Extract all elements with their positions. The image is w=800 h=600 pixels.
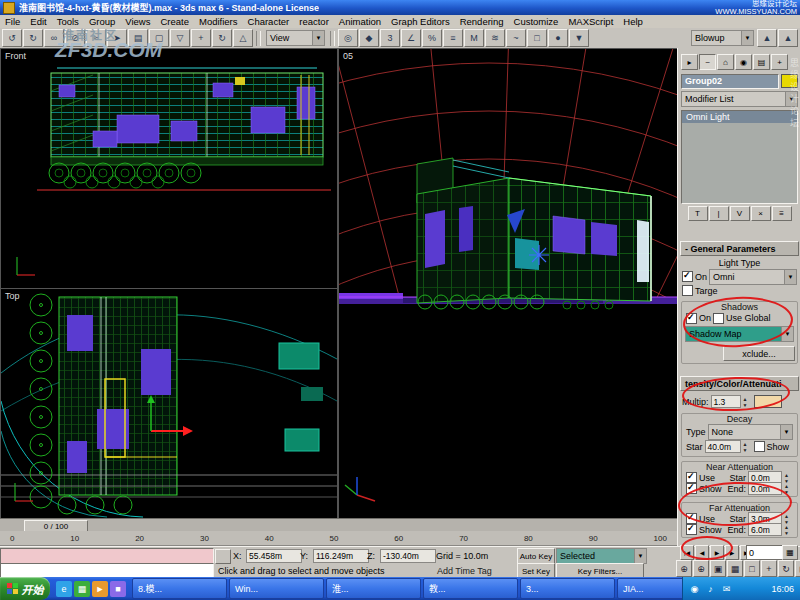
front-viewport[interactable]: Front <box>0 48 338 289</box>
menu-item-rendering[interactable]: Rendering <box>455 15 509 28</box>
menu-item-modifiers[interactable]: Modifiers <box>194 15 243 28</box>
front-viewport-label[interactable]: Front <box>5 51 26 61</box>
selected-filter-dropdown[interactable]: Selected ▼ <box>556 548 647 564</box>
task-button-1[interactable]: 8.模... <box>132 578 227 599</box>
tab-utilities[interactable]: + <box>771 54 788 70</box>
task-button-2[interactable]: Win... <box>229 578 324 599</box>
previous-frame-button[interactable]: ◀ <box>695 545 709 560</box>
add-time-tag[interactable]: Add Time Tag <box>437 566 492 576</box>
exclude-button[interactable]: xclude... <box>723 346 795 361</box>
tab-modify[interactable]: ~ <box>699 54 716 70</box>
stack-item-omni-light[interactable]: Omni Light <box>682 111 797 123</box>
decay-type-dropdown[interactable]: None ▼ <box>708 424 793 440</box>
far-show-checkbox[interactable] <box>686 524 697 535</box>
select-and-rotate-icon[interactable]: ↻ <box>212 29 232 47</box>
show-end-result-icon[interactable]: | <box>709 206 729 221</box>
menu-item-create[interactable]: Create <box>155 15 194 28</box>
render-type-dropdown[interactable]: Blowup ▼ <box>691 30 754 46</box>
remove-modifier-icon[interactable]: × <box>751 206 771 221</box>
track-bar-ruler[interactable]: 0102030405060708090100 <box>0 531 677 546</box>
decay-show-checkbox[interactable] <box>754 441 765 452</box>
redo-icon[interactable]: ↻ <box>23 29 43 47</box>
start-button[interactable]: 开始 <box>0 577 50 600</box>
object-name-field[interactable]: Group02 <box>681 74 779 89</box>
schematic-view-icon[interactable]: □ <box>527 29 547 47</box>
tray-status-icon[interactable]: ◉ <box>688 582 701 595</box>
top-viewport[interactable]: Top <box>0 288 338 520</box>
far-end-spinner[interactable] <box>784 524 793 536</box>
menu-item-character[interactable]: Character <box>243 15 295 28</box>
zoom-extents-icon[interactable]: ▣ <box>710 560 726 577</box>
use-global-checkbox[interactable] <box>713 313 724 324</box>
multiplier-spinner[interactable] <box>743 396 752 408</box>
near-show-checkbox[interactable] <box>686 483 697 494</box>
named-selection-icon[interactable]: ≡ <box>443 29 463 47</box>
mirror-icon[interactable]: M <box>464 29 484 47</box>
selection-filter-icon[interactable]: ▽ <box>170 29 190 47</box>
tray-volume-icon[interactable]: ♪ <box>704 582 717 595</box>
arc-rotate-icon[interactable]: ↻ <box>778 560 794 577</box>
camera-viewport-label[interactable]: 05 <box>343 51 353 61</box>
auto-key-toggle[interactable]: Auto Key <box>517 548 555 564</box>
light-type-dropdown[interactable]: Omni ▼ <box>709 269 797 285</box>
tab-create[interactable]: ▸ <box>681 54 698 70</box>
menu-item-views[interactable]: Views <box>120 15 155 28</box>
tray-message-icon[interactable]: ✉ <box>720 582 733 595</box>
y-coordinate-field[interactable]: 116.249m <box>313 549 369 563</box>
pin-stack-icon[interactable]: T <box>688 206 708 221</box>
curve-editor-icon[interactable]: ~ <box>506 29 526 47</box>
task-button-3[interactable]: 淮... <box>326 578 421 599</box>
select-and-manipulate-icon[interactable]: ◆ <box>359 29 379 47</box>
render-last-icon[interactable]: ▲ <box>778 29 798 47</box>
top-viewport-label[interactable]: Top <box>5 291 20 301</box>
undo-icon[interactable]: ↺ <box>2 29 22 47</box>
rollout-general-parameters[interactable]: - General Parameters <box>680 241 799 256</box>
menu-item-reactor[interactable]: reactor <box>294 15 334 28</box>
zoom-all-icon[interactable]: ⊕ <box>693 560 709 577</box>
shadows-on-checkbox[interactable] <box>686 313 697 324</box>
use-pivot-center-icon[interactable]: ◎ <box>338 29 358 47</box>
shadow-type-dropdown[interactable]: Shadow Map ▼ <box>685 326 794 342</box>
menu-item-file[interactable]: File <box>0 15 25 28</box>
render-scene-icon[interactable]: ▼ <box>569 29 589 47</box>
tab-display[interactable]: ▤ <box>753 54 770 70</box>
light-on-checkbox[interactable] <box>682 271 693 282</box>
light-color-swatch[interactable] <box>754 395 782 408</box>
task-button-5[interactable]: 3... <box>520 578 615 599</box>
percent-snap-icon[interactable]: % <box>422 29 442 47</box>
rollout-intensity-color-attenuation[interactable]: tensity/Color/Attenuati <box>680 376 799 391</box>
menu-item-customize[interactable]: Customize <box>509 15 564 28</box>
multiplier-field[interactable]: 1.3 <box>711 395 741 408</box>
decay-start-spinner[interactable] <box>743 441 752 453</box>
menu-item-animation[interactable]: Animation <box>334 15 386 28</box>
macro-recorder-mini-listener[interactable] <box>0 548 214 564</box>
material-editor-icon[interactable]: ● <box>548 29 568 47</box>
zoom-region-icon[interactable]: □ <box>744 560 760 577</box>
x-coordinate-field[interactable]: 55.458m <box>246 549 302 563</box>
near-end-field[interactable]: 0.0m <box>748 482 782 495</box>
align-icon[interactable]: ≋ <box>485 29 505 47</box>
quick-launch-browser-icon[interactable]: e <box>56 581 72 597</box>
modifier-list-dropdown[interactable]: Modifier List ▼ <box>681 91 798 107</box>
quick-render-icon[interactable]: ▲ <box>757 29 777 47</box>
pan-icon[interactable]: + <box>761 560 777 577</box>
current-frame-field[interactable]: 0 <box>746 545 784 560</box>
select-and-move-icon[interactable]: + <box>191 29 211 47</box>
select-and-scale-icon[interactable]: △ <box>233 29 253 47</box>
z-coordinate-field[interactable]: -130.40m <box>380 549 436 563</box>
play-button[interactable]: ▶ <box>710 545 724 560</box>
zoom-icon[interactable]: ⊕ <box>676 560 692 577</box>
camera-viewport[interactable]: 05 <box>338 48 679 520</box>
target-checkbox[interactable] <box>682 285 693 296</box>
task-button-4[interactable]: 教... <box>423 578 518 599</box>
reference-coordinate-dropdown[interactable]: View ▼ <box>266 30 325 46</box>
min-max-toggle-icon[interactable]: ▢ <box>795 560 800 577</box>
angle-snap-icon[interactable]: ∠ <box>401 29 421 47</box>
menu-item-edit[interactable]: Edit <box>25 15 51 28</box>
go-to-start-button[interactable]: |◀ <box>680 545 694 560</box>
menu-item-help[interactable]: Help <box>618 15 648 28</box>
menu-item-graph-editors[interactable]: Graph Editors <box>386 15 455 28</box>
quick-launch-player-icon[interactable]: ► <box>92 581 108 597</box>
decay-start-field[interactable]: 40.0m <box>705 440 741 453</box>
far-end-field[interactable]: 6.0m <box>748 523 782 536</box>
